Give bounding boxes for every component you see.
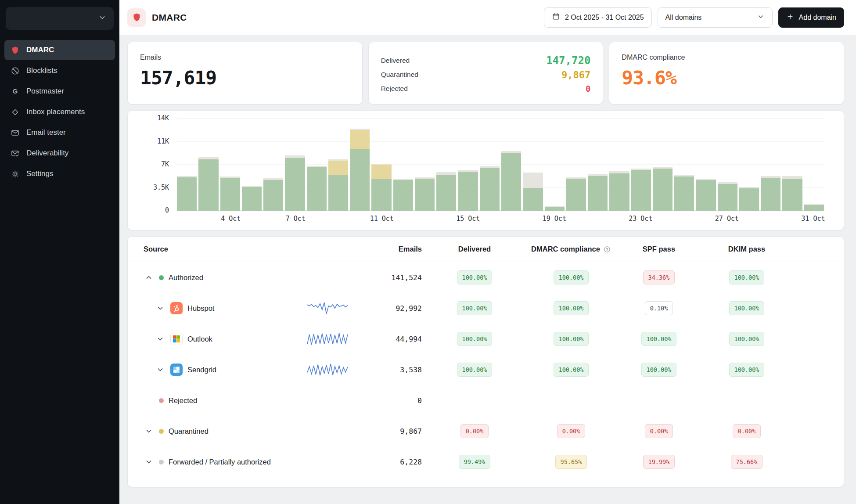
chart-bar <box>371 164 391 211</box>
chevron-down-icon <box>98 13 107 24</box>
chart-bar <box>501 151 521 211</box>
percentage-badge: 75.66% <box>731 455 763 469</box>
chart-bar-segment <box>393 180 413 211</box>
breakdown-value: 0 <box>586 84 590 94</box>
chart-bar-segment <box>804 205 824 211</box>
add-domain-button[interactable]: Add domain <box>778 7 844 28</box>
compliance-stat-label: DMARC compliance <box>622 54 831 61</box>
table-row-authorized[interactable]: Authorized141,524100.00%100.00%34.36%100… <box>128 262 844 293</box>
expand-chevron-down-icon[interactable] <box>144 426 154 436</box>
domain-filter-value: All domains <box>665 14 702 22</box>
y-axis-label: 0 <box>165 206 169 214</box>
chart-bar <box>804 204 824 211</box>
column-header-spf-pass: SPF pass <box>615 245 703 253</box>
sidebar-item-deliverability[interactable]: Deliverability <box>4 143 115 163</box>
chart-bar-segment <box>631 170 651 211</box>
emails-stat-label: Emails <box>140 54 350 61</box>
x-axis-label: 7 Oct <box>286 215 306 223</box>
domain-filter-select[interactable]: All domains <box>658 7 773 28</box>
table-row-rejected[interactable]: Rejected0 <box>128 385 844 416</box>
chart-bar-segment <box>371 165 391 179</box>
volume-sparkline <box>286 363 369 376</box>
emails-count: 141,524 <box>369 274 422 282</box>
expand-chevron-down-icon[interactable] <box>155 334 165 344</box>
chart-plot-area: 03.5K7K11K14K <box>128 119 824 211</box>
chart-bar-segment <box>458 172 478 211</box>
chart-bar-segment <box>177 177 197 211</box>
mail-icon <box>10 128 20 137</box>
y-axis-label: 3.5K <box>153 184 169 191</box>
chart-bar-segment <box>285 158 305 211</box>
compliance-stat-card: DMARC compliance 93.6% <box>609 42 844 104</box>
compliance-stat-value: 93.6% <box>622 67 831 89</box>
help-icon[interactable]: ? <box>603 245 611 253</box>
source-cell: Rejected <box>128 396 286 405</box>
sendgrid-icon <box>170 364 183 376</box>
breakdown-value: 9,867 <box>561 69 590 80</box>
org-switcher[interactable] <box>6 7 114 30</box>
expand-chevron-down-icon[interactable] <box>144 457 154 467</box>
sidebar-item-blocklists[interactable]: Blocklists <box>4 61 115 81</box>
shield-icon <box>10 45 20 55</box>
percentage-badge: 100.00% <box>729 301 765 315</box>
source-cell: Sendgrid <box>128 364 286 376</box>
column-header-emails: Emails <box>369 245 422 253</box>
percentage-badge: 100.00% <box>457 270 493 284</box>
chart-bar <box>653 167 673 211</box>
sidebar-item-label: Settings <box>26 169 53 178</box>
dkim-pass-badge: 100.00% <box>703 363 791 377</box>
emails-count: 44,994 <box>369 335 422 343</box>
percentage-badge: 100.00% <box>457 301 493 315</box>
breakdown-value: 147,720 <box>546 54 590 67</box>
chart-bar-segment <box>371 179 391 211</box>
spf-pass-badge: 34.36% <box>615 270 703 284</box>
volume-sparkline <box>286 302 369 315</box>
chart-bar <box>739 187 759 211</box>
add-domain-label: Add domain <box>799 14 836 22</box>
chart-bar <box>415 177 435 211</box>
sidebar-item-postmaster[interactable]: GPostmaster <box>4 81 115 101</box>
breakdown-label: Quarantined <box>381 71 418 79</box>
table-row-outlook[interactable]: Outlook44,994100.00%100.00%100.00%100.00… <box>128 324 844 354</box>
source-cell: Forwarded / Partially authorized <box>128 457 286 467</box>
spf-pass-badge: 19.99% <box>615 455 703 469</box>
date-range-button[interactable]: 2 Oct 2025 - 31 Oct 2025 <box>544 7 652 28</box>
percentage-badge: 0.00% <box>460 424 489 438</box>
percentage-badge: 100.00% <box>554 332 589 346</box>
table-row-quarantined[interactable]: Quarantined9,8670.00%0.00%0.00%0.00% <box>128 416 844 446</box>
sidebar-item-label: Inbox placements <box>26 108 85 116</box>
expand-chevron-up-icon[interactable] <box>144 272 154 283</box>
delivered-badge: 0.00% <box>422 424 527 438</box>
chart-bar <box>350 129 370 211</box>
sidebar-item-settings[interactable]: Settings <box>4 164 115 184</box>
dmarc-compliance-badge: 100.00% <box>527 332 615 346</box>
chart-bar-segment <box>242 187 262 211</box>
sidebar-item-label: Blocklists <box>26 66 58 75</box>
dkim-pass-badge: 0.00% <box>703 424 791 438</box>
chart-bar-segment <box>609 173 629 211</box>
table-row-hubspot[interactable]: Hubspot92,992100.00%100.00%0.10%100.00% <box>128 293 844 324</box>
sidebar-item-dmarc[interactable]: DMARC <box>4 40 115 60</box>
expand-chevron-down-icon[interactable] <box>155 303 165 313</box>
sidebar-nav: DMARCBlocklistsGPostmasterInbox placemen… <box>0 40 119 184</box>
chart-bar <box>263 178 283 211</box>
chart-bar <box>242 186 262 211</box>
chart-bar <box>631 169 651 211</box>
sidebar-item-inbox-placements[interactable]: Inbox placements <box>4 102 115 122</box>
spf-pass-badge: 0.10% <box>615 301 703 315</box>
chart-bar-segment <box>263 180 283 211</box>
column-header-dkim-pass: DKIM pass <box>703 245 791 253</box>
chart-bar-segment <box>588 176 608 211</box>
expand-chevron-down-icon[interactable] <box>155 364 165 375</box>
table-row-forwarded[interactable]: Forwarded / Partially authorized6,22899.… <box>128 446 844 477</box>
chart-bar <box>220 176 240 211</box>
chart-bar-segment <box>350 130 370 149</box>
percentage-badge: 0.00% <box>733 424 761 438</box>
table-row-sendgrid[interactable]: Sendgrid3,538100.00%100.00%100.00%100.00… <box>128 354 844 385</box>
chart-bar-segment <box>328 161 348 175</box>
source-name: Authorized <box>169 274 203 282</box>
percentage-badge: 100.00% <box>729 363 765 377</box>
sidebar-item-email-tester[interactable]: Email tester <box>4 122 115 143</box>
chart-plot <box>177 119 824 211</box>
chart-bar-segment <box>523 173 543 188</box>
